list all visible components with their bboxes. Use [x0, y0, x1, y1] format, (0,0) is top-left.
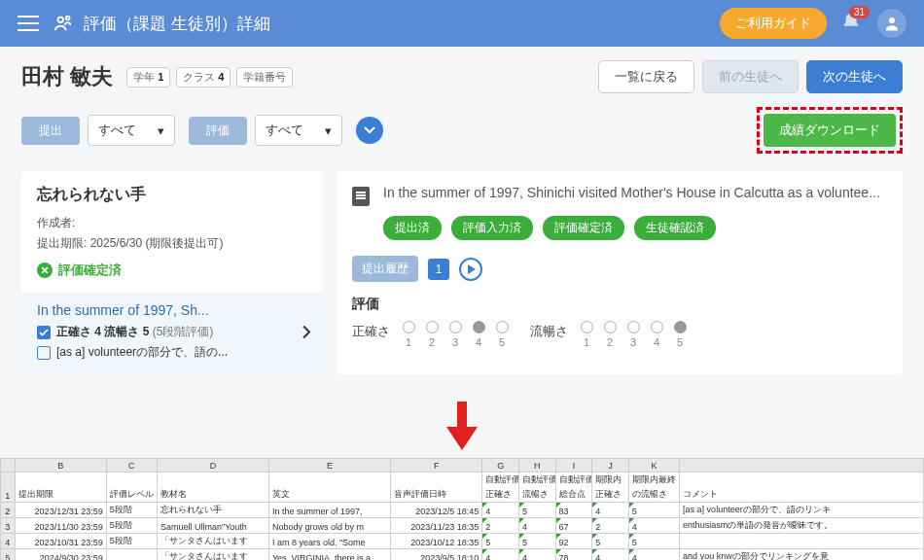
prev-student-button: 前の生徒へ — [702, 60, 799, 93]
accuracy-label: 正確さ — [352, 321, 390, 340]
student-name: 田村 敏夫 — [21, 62, 113, 91]
collapse-toggle[interactable] — [356, 117, 383, 144]
user-icon — [883, 15, 901, 32]
checkbox-icon — [37, 326, 51, 339]
svg-point-0 — [58, 18, 64, 22]
svg-point-2 — [889, 18, 895, 23]
guide-button[interactable]: ご利用ガイド — [720, 8, 827, 39]
deadline-line: 提出期限: 2025/6/30 (期限後提出可) — [37, 235, 307, 252]
next-student-button[interactable]: 次の生徒へ — [806, 60, 903, 93]
chevron-right-icon[interactable] — [302, 326, 311, 342]
studentid-pill: 学籍番号 — [236, 67, 293, 88]
avatar[interactable] — [877, 9, 906, 38]
confirmed-label: 評価確定済 — [58, 262, 122, 279]
rating-dot[interactable] — [627, 321, 640, 333]
history-page[interactable]: 1 — [428, 259, 449, 280]
document-icon — [352, 187, 370, 206]
svg-point-1 — [66, 17, 70, 20]
task-card[interactable]: In the summer of 1997, Sh... 正確さ 4 流暢さ 5… — [21, 293, 323, 374]
rating-dot[interactable] — [604, 321, 617, 333]
assignment-title: 忘れられない手 — [37, 185, 307, 205]
check-circle-icon — [37, 262, 53, 278]
detail-panel: In the summer of 1997, Shinichi visited … — [337, 171, 903, 374]
task-text: In the summer of 1997, Shinichi visited … — [383, 185, 880, 200]
rating-dot[interactable] — [581, 321, 593, 333]
submit-filter-label: 提出 — [21, 117, 80, 145]
rating-dot[interactable] — [674, 321, 687, 333]
chevron-down-icon: ▾ — [325, 123, 332, 138]
chevron-down-icon: ▾ — [158, 123, 164, 138]
play-button[interactable] — [459, 258, 482, 281]
play-icon — [468, 264, 476, 274]
submit-filter-select[interactable]: すべて ▾ — [88, 115, 175, 146]
person-icon — [53, 13, 74, 34]
eval-heading: 評価 — [352, 296, 887, 313]
notifications-button[interactable]: 31 — [840, 12, 862, 36]
status-pill: 評価確定済 — [543, 216, 624, 240]
status-pill: 提出済 — [383, 216, 442, 240]
eval-filter-select[interactable]: すべて ▾ — [255, 115, 342, 146]
author-line: 作成者: — [37, 215, 307, 231]
eval-filter-label: 評価 — [189, 117, 247, 145]
arrow-down-icon — [446, 402, 478, 450]
rating-dot[interactable] — [449, 321, 462, 333]
status-pill: 生徒確認済 — [634, 216, 716, 240]
notification-badge: 31 — [849, 6, 870, 18]
class-pill: クラス 4 — [176, 67, 231, 88]
page-title: 評価（課題 生徒別）詳細 — [84, 13, 720, 35]
rating-dot[interactable] — [403, 321, 415, 333]
grade-pill: 学年 1 — [126, 67, 170, 88]
status-pill: 評価入力済 — [451, 216, 533, 240]
rating-dot[interactable] — [651, 321, 663, 333]
chevron-down-icon — [364, 126, 375, 134]
task-title: In the summer of 1997, Sh... — [37, 302, 307, 318]
comment-icon — [37, 346, 51, 360]
spreadsheet-preview: BCDEFGHIJK自動評価自動評価自動評価期限内期限内最終1提出期限評価レベル… — [0, 458, 924, 560]
assignment-panel: 忘れられない手 作成者: 提出期限: 2025/6/30 (期限後提出可) 評価… — [21, 171, 323, 374]
back-to-list-button[interactable]: 一覧に戻る — [598, 60, 694, 93]
history-label: 提出履歴 — [352, 256, 418, 282]
rating-dot[interactable] — [426, 321, 439, 333]
fluency-label: 流暢さ — [530, 321, 568, 340]
download-grades-button[interactable]: 成績ダウンロード — [764, 114, 896, 147]
menu-icon[interactable] — [18, 16, 39, 31]
rating-dot[interactable] — [473, 321, 485, 333]
rating-dot[interactable] — [496, 321, 509, 333]
